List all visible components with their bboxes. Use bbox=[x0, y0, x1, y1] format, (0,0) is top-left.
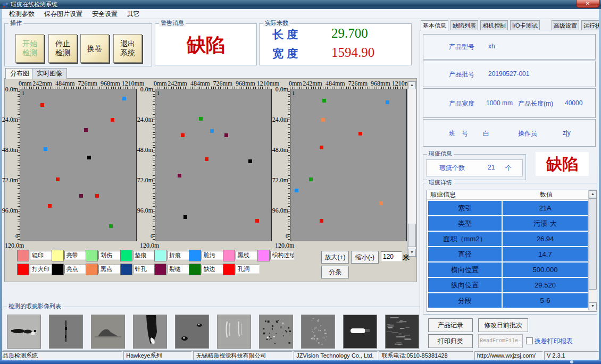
zoom-in-button[interactable]: 放大(+) bbox=[321, 251, 349, 264]
legend-label: 脏污 bbox=[202, 251, 226, 260]
width-label: 宽度 bbox=[272, 46, 301, 61]
status-cell-7: V 2.3.1 bbox=[544, 351, 600, 360]
distribution-tab-page: 0.0m24.0m48.0m72.0m96.0m120.0m0mm242mm48… bbox=[4, 78, 417, 282]
legend-label: 打火印 bbox=[30, 265, 54, 274]
defect-thumbnail-8[interactable] bbox=[301, 315, 335, 349]
defect-thumbnail-9[interactable] bbox=[343, 315, 377, 349]
defect-thumbnail-1[interactable] bbox=[7, 315, 41, 349]
defect-thumbnail-2[interactable] bbox=[49, 315, 83, 349]
legend-swatch bbox=[120, 250, 132, 261]
defect-alarm-box: 缺陷 bbox=[536, 152, 589, 176]
legend-label: 折痕 bbox=[167, 251, 191, 260]
defect-table-row-2[interactable]: 类型污渍-大 bbox=[428, 216, 588, 231]
tab-run-status-info[interactable]: 运行状态信息 bbox=[581, 20, 601, 30]
read-from-file-button[interactable]: ReadFromFile-SIM bbox=[478, 334, 523, 348]
table-scrollbar[interactable]: ▲ ▼ bbox=[588, 190, 597, 310]
length-label: 长度 bbox=[272, 27, 301, 42]
legend-swatch bbox=[257, 250, 270, 261]
status-cell-5: 联系电话:0510-85381428 bbox=[379, 351, 473, 360]
table-scroll-down-icon[interactable]: ▼ bbox=[589, 302, 597, 310]
legend-swatch bbox=[86, 264, 98, 275]
defect-row-value: 14.7 bbox=[502, 247, 588, 261]
defect-thumbnail-7[interactable] bbox=[259, 315, 293, 349]
defect-thumbnail-3[interactable] bbox=[91, 315, 125, 349]
zoom-out-button[interactable]: 缩小(-) bbox=[351, 251, 379, 264]
menu-item-2[interactable]: 安全设置 bbox=[87, 9, 122, 19]
tab-live-image[interactable]: 实时图像 bbox=[32, 68, 67, 79]
legend-swatch bbox=[223, 264, 235, 275]
operation-button-label: 停止 bbox=[55, 39, 70, 48]
legend-swatch bbox=[189, 250, 201, 261]
legend-label: 黑线 bbox=[236, 251, 260, 260]
defect-row-name: 分段 bbox=[428, 293, 502, 308]
tab-camera-control[interactable]: 相机控制 bbox=[480, 20, 508, 30]
product-model-label: 产品型号 bbox=[449, 43, 474, 52]
tab-basic-info[interactable]: 基本信息 bbox=[421, 20, 448, 31]
tab-io-card-test[interactable]: I/O卡测试 bbox=[510, 20, 540, 30]
tab-defect-list[interactable]: 缺陷列表 bbox=[450, 20, 478, 30]
defect-info-group: 瑕疵信息 瑕疵个数 21 个 bbox=[423, 154, 526, 180]
legend-label: 亮带 bbox=[64, 251, 88, 260]
defect-row-value: 5-6 bbox=[502, 293, 588, 308]
defect-table-row-5[interactable]: 横向位置500.000 bbox=[428, 263, 588, 277]
modify-batch-button[interactable]: 修改目前批次 bbox=[478, 318, 528, 332]
operation-button-3[interactable]: 退出系统 bbox=[113, 34, 142, 63]
warning-group: 警告消息 缺陷 bbox=[155, 23, 257, 65]
defect-thumbnail-5[interactable] bbox=[175, 315, 209, 349]
defect-row-value: 29.520 bbox=[502, 278, 588, 292]
defect-table-header-name: 瑕疵信息 bbox=[427, 190, 505, 199]
defect-table-header: 瑕疵信息 数值 bbox=[427, 190, 588, 200]
legend-label: 缺边 bbox=[202, 265, 226, 274]
defect-table-row-6[interactable]: 纵向位置29.520 bbox=[428, 278, 588, 292]
legend-swatch bbox=[154, 250, 166, 261]
tab-distribution[interactable]: 分布图 bbox=[5, 68, 34, 79]
defect-thumbnail-10[interactable] bbox=[385, 315, 419, 349]
defect-row-value: 21A bbox=[502, 201, 588, 215]
defect-table-row-3[interactable]: 面积（mm2）26.94 bbox=[428, 232, 588, 246]
operator-label: 操作员 bbox=[518, 129, 537, 138]
defect-row-name: 纵向位置 bbox=[428, 278, 502, 292]
defect-thumbnail-6[interactable] bbox=[217, 315, 251, 349]
defect-count-value: 21 bbox=[488, 164, 495, 171]
operation-button-1[interactable]: 停止检测 bbox=[48, 34, 77, 63]
menu-item-3[interactable]: 其它 bbox=[122, 9, 145, 19]
defect-detail-group: 瑕疵详情 瑕疵信息 数值 索引21A类型污渍-大面积（mm2）26.94直径14… bbox=[423, 183, 597, 315]
split-button[interactable]: 分条 bbox=[321, 266, 349, 278]
operation-button-0[interactable]: 开始检测 bbox=[15, 34, 44, 63]
legend-swatch bbox=[17, 264, 29, 275]
defect-table-row-7[interactable]: 分段5-6 bbox=[428, 293, 588, 308]
tab-advanced-settings[interactable]: 高级设置 bbox=[552, 20, 579, 30]
defect-table-row-1[interactable]: 索引21A bbox=[428, 201, 588, 215]
status-bar: 品质检测系统Hawkeye系列无锡精质视觉科技有限公司JZVision Tech… bbox=[0, 351, 601, 360]
defect-table-row-4[interactable]: 直径14.7 bbox=[428, 247, 588, 261]
defect-row-name: 直径 bbox=[428, 247, 502, 261]
defect-thumbnail-4[interactable] bbox=[133, 315, 167, 349]
shift-operator-box: 班 号 白 操作员 zjy bbox=[423, 119, 596, 147]
range-input[interactable] bbox=[381, 251, 402, 261]
length-value: 29.700 bbox=[331, 26, 368, 41]
defect-info-caption: 瑕疵信息 bbox=[427, 150, 454, 157]
legend-label: 针孔 bbox=[133, 265, 157, 274]
defect-table-header-value: 数值 bbox=[505, 190, 588, 199]
legend-label: 裂缝 bbox=[167, 265, 191, 274]
menu-bar: 检测参数保存图片设置安全设置其它 bbox=[2, 9, 599, 19]
table-scroll-thumb[interactable] bbox=[589, 198, 597, 290]
legend-swatch bbox=[223, 250, 235, 261]
product-length-value: 40000 bbox=[565, 99, 582, 107]
close-button[interactable]: ✕ bbox=[576, 0, 599, 8]
defect-detail-caption: 瑕疵详情 bbox=[427, 179, 454, 186]
defect-row-name: 面积（mm2） bbox=[428, 232, 502, 246]
menu-item-0[interactable]: 检测参数 bbox=[4, 9, 39, 19]
legend-swatch bbox=[189, 264, 201, 275]
print-on-roll-change-checkbox[interactable] bbox=[526, 337, 533, 344]
print-class-button[interactable]: 打印归类 bbox=[428, 334, 473, 348]
product-record-button[interactable]: 产品记录 bbox=[428, 318, 473, 332]
table-scroll-up-icon[interactable]: ▲ bbox=[589, 190, 597, 198]
operation-button-label: 换卷 bbox=[87, 44, 102, 53]
legend-swatch bbox=[120, 264, 132, 275]
legend-label: 黑点 bbox=[98, 265, 122, 274]
menu-item-1[interactable]: 保存图片设置 bbox=[39, 9, 87, 19]
meters-group-caption: 实际米数 bbox=[263, 20, 290, 27]
status-cell-2: Hawkeye系列 bbox=[123, 351, 192, 360]
operation-button-2[interactable]: 换卷 bbox=[80, 34, 109, 63]
